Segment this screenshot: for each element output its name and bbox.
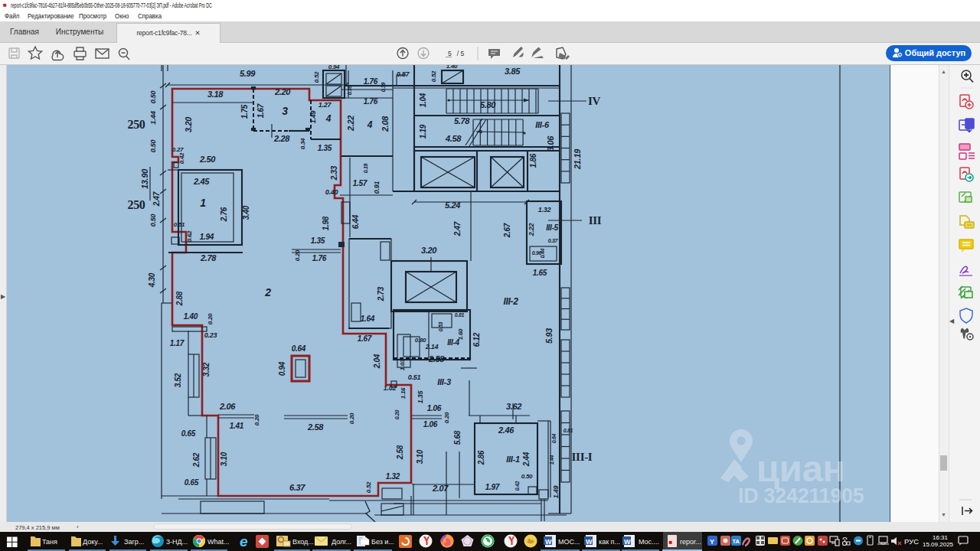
svg-text:TA: TA: [733, 538, 740, 545]
svg-text:0.23: 0.23: [204, 331, 217, 339]
svg-text:0.64: 0.64: [292, 344, 306, 353]
svg-text:ID 324211905: ID 324211905: [738, 484, 864, 507]
svg-text:Загр...: Загр...: [124, 538, 144, 546]
svg-text:0.52: 0.52: [365, 481, 372, 493]
svg-text:0.52: 0.52: [430, 70, 437, 82]
svg-text:Доку...: Доку...: [83, 538, 103, 546]
svg-text:циан: циан: [756, 448, 845, 489]
svg-text:2.58: 2.58: [428, 354, 445, 364]
svg-text:2.46: 2.46: [498, 425, 514, 435]
svg-text:0.20: 0.20: [207, 313, 214, 324]
svg-text:6.44: 6.44: [351, 214, 360, 229]
svg-text:1.32: 1.32: [538, 206, 551, 214]
svg-text:1.41: 1.41: [230, 422, 244, 430]
svg-text:0.40: 0.40: [325, 188, 338, 196]
svg-text:250: 250: [127, 198, 145, 211]
svg-text:1.57: 1.57: [353, 179, 368, 187]
svg-text:3.10: 3.10: [220, 452, 228, 466]
svg-text:16:31: 16:31: [933, 534, 949, 541]
svg-text:Без и...: Без и...: [371, 538, 394, 546]
svg-text:2.28: 2.28: [273, 134, 290, 143]
svg-text:1.67: 1.67: [256, 103, 265, 118]
svg-text:2.44: 2.44: [522, 452, 531, 467]
svg-text:2.33: 2.33: [330, 165, 338, 181]
svg-text:0.65: 0.65: [181, 429, 196, 438]
svg-text:4.30: 4.30: [148, 272, 156, 288]
svg-text:2.76: 2.76: [220, 207, 228, 222]
svg-text:1.64: 1.64: [361, 315, 375, 323]
svg-text:2.86: 2.86: [477, 450, 485, 465]
svg-text:0.50: 0.50: [149, 140, 157, 153]
svg-text:3.85: 3.85: [505, 67, 521, 76]
svg-text:1.03: 1.03: [399, 359, 406, 370]
svg-text:III-1: III-1: [506, 455, 520, 464]
svg-text:III-3: III-3: [437, 377, 451, 386]
svg-text:0.19: 0.19: [363, 163, 368, 173]
svg-text:3.18: 3.18: [207, 90, 224, 99]
svg-text:0.20: 0.20: [348, 412, 355, 424]
svg-text:0.87: 0.87: [397, 70, 410, 78]
svg-text:5 / 5: 5 / 5: [448, 50, 465, 57]
svg-text:2.08: 2.08: [381, 116, 390, 132]
svg-text:0.20: 0.20: [394, 409, 400, 419]
svg-text:1.60: 1.60: [457, 328, 464, 340]
svg-text:1.19: 1.19: [419, 124, 427, 139]
svg-text:3.52: 3.52: [174, 373, 182, 387]
svg-text:3.20: 3.20: [421, 246, 437, 255]
svg-text:4.58: 4.58: [445, 134, 462, 143]
svg-text:III-I: III-I: [572, 451, 593, 463]
svg-text:W: W: [545, 538, 552, 546]
svg-text:1.76: 1.76: [364, 97, 378, 106]
svg-text:What...: What...: [207, 538, 230, 546]
svg-text:0.53: 0.53: [438, 321, 443, 331]
svg-text:1.35: 1.35: [318, 144, 332, 152]
svg-text:1.67: 1.67: [358, 334, 372, 343]
svg-text:4: 4: [367, 119, 373, 130]
svg-text:3.10: 3.10: [416, 449, 424, 464]
svg-text:1.49: 1.49: [309, 111, 317, 124]
svg-text:1.27: 1.27: [318, 101, 332, 109]
svg-text:2.88: 2.88: [175, 291, 184, 306]
svg-text:2.14: 2.14: [425, 343, 439, 350]
svg-text:0.37: 0.37: [548, 238, 559, 243]
svg-text:1.97: 1.97: [485, 483, 500, 491]
svg-text:6.37: 6.37: [289, 483, 305, 492]
svg-text:III-5: III-5: [546, 223, 558, 232]
svg-text:0.81: 0.81: [455, 312, 465, 318]
svg-text:1.76: 1.76: [312, 254, 327, 262]
svg-text:0.62: 0.62: [186, 230, 193, 242]
svg-text:0.50: 0.50: [149, 91, 157, 104]
svg-text:2.20: 2.20: [274, 87, 291, 96]
svg-text:0.20: 0.20: [443, 412, 450, 423]
svg-text:1.76: 1.76: [364, 77, 378, 86]
svg-text:15.09.2025: 15.09.2025: [923, 541, 954, 548]
svg-text:0.94: 0.94: [278, 361, 286, 376]
svg-text:3.20: 3.20: [184, 116, 193, 132]
svg-text:3: 3: [282, 105, 288, 117]
svg-text:2.47: 2.47: [152, 191, 161, 207]
svg-text:1.35: 1.35: [416, 390, 424, 404]
svg-text:0.80: 0.80: [415, 337, 426, 344]
svg-text:1.17: 1.17: [170, 339, 185, 347]
svg-text:1.49: 1.49: [552, 486, 560, 499]
svg-text:1.16: 1.16: [400, 387, 407, 399]
svg-text:Вход...: Вход...: [292, 538, 314, 546]
svg-text:1.06: 1.06: [427, 404, 442, 412]
svg-text:21.19: 21.19: [573, 148, 582, 170]
svg-text:■: ■: [669, 539, 673, 546]
svg-text:5.99: 5.99: [240, 69, 256, 78]
svg-text:0.51: 0.51: [174, 221, 185, 228]
svg-text:5.78: 5.78: [454, 116, 470, 126]
svg-text:1.65: 1.65: [533, 269, 547, 277]
svg-text:W: W: [624, 538, 631, 546]
svg-text:1.94: 1.94: [200, 233, 214, 241]
svg-text:РУС: РУС: [904, 537, 919, 546]
svg-text:0.20: 0.20: [253, 414, 260, 425]
svg-text:2.78: 2.78: [200, 253, 217, 262]
svg-text:2.58: 2.58: [396, 445, 404, 460]
svg-text:2.45: 2.45: [193, 177, 210, 186]
svg-text:0.42: 0.42: [178, 152, 185, 164]
svg-text:e: e: [240, 533, 248, 549]
svg-text:W: W: [586, 538, 593, 546]
svg-text:0.65: 0.65: [185, 478, 199, 487]
